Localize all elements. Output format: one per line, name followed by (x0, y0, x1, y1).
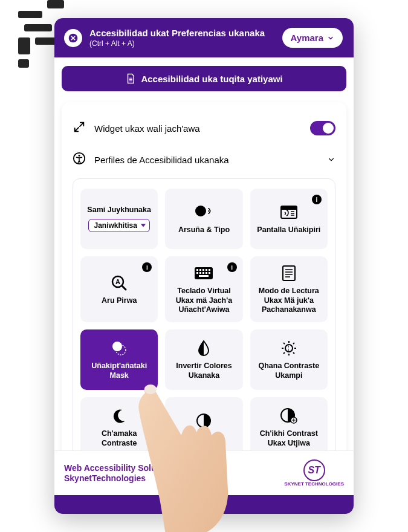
tile-screen-reader[interactable]: i Pantalla Uñakipiri (250, 189, 328, 249)
invert-icon (196, 339, 211, 358)
widget-size-row: Widget ukax wali jach'awa (73, 115, 335, 146)
svg-rect-11 (202, 269, 204, 271)
expand-icon (73, 120, 86, 136)
svg-rect-20 (283, 266, 295, 281)
svg-rect-19 (199, 275, 209, 277)
tile-invert-colors[interactable]: Invertir Colores Ukanaka (165, 329, 242, 390)
tile-reading-mask[interactable]: Uñakipt'añataki Mask (80, 329, 158, 390)
color-blindness-select[interactable]: Janiwkhitisa (88, 219, 149, 232)
smart-contrast-icon (280, 406, 298, 426)
tile-dark-contrast[interactable]: Ch'amaka Contraste (80, 397, 158, 450)
footer-text: Web Accessibility Solution by SkynetTech… (64, 463, 184, 484)
accessibility-profiles-row[interactable]: Perfiles de Accesibilidad ukanaka (73, 146, 335, 167)
tile-color-blindness[interactable]: Sami Juykhunaka Janiwkhitisa (80, 189, 158, 249)
panel-body: Accesibilidad uka tuqita yatiyawi Widget… (54, 57, 354, 450)
svg-point-21 (112, 342, 122, 351)
accessibility-icon (73, 152, 86, 167)
tile-reading-mode[interactable]: Modo de Lectura Ukax Mä juk'a Pachanakan… (250, 256, 328, 322)
panel-header: Accesibilidad ukat Preferencias ukanaka … (54, 18, 354, 57)
info-icon[interactable]: i (142, 262, 152, 272)
svg-rect-14 (196, 272, 198, 274)
chevron-down-icon (327, 34, 334, 42)
widget-size-toggle[interactable] (310, 121, 335, 135)
svg-text:A: A (115, 278, 120, 285)
options-grid-card: Sami Juykhunaka Janiwkhitisa Arsuña & Ti… (73, 178, 335, 450)
logo-icon: ST (303, 459, 325, 481)
tile-voice-type[interactable]: Arsuña & Tipo (165, 189, 242, 249)
document-icon (125, 73, 136, 84)
dictionary-icon: A (110, 273, 128, 293)
close-button[interactable] (64, 29, 82, 47)
svg-rect-9 (196, 269, 198, 271)
reading-icon (282, 264, 296, 283)
tile-light-contrast[interactable]: Qhana Contraste Ukampi (250, 329, 328, 390)
panel-footer: Web Accessibility Solution by SkynetTech… (54, 450, 354, 495)
keyboard-icon (194, 264, 213, 283)
svg-rect-12 (206, 269, 207, 271)
accessibility-info-button[interactable]: Accesibilidad uka tuqita yatiyawi (62, 66, 346, 91)
language-label: Aymara (291, 33, 323, 43)
tile-virtual-keyboard[interactable]: i Teclado Virtual Ukax mä Jach'a Uñacht'… (165, 256, 242, 322)
svg-rect-10 (199, 269, 201, 271)
contrast-icon (196, 411, 212, 430)
svg-rect-15 (199, 272, 201, 274)
screen-reader-icon (280, 203, 298, 222)
tile-dictionary[interactable]: i A Aru Pirwa (80, 256, 158, 322)
tile-smart-contrast[interactable]: Ch'ikhi Contrast Ukax Utjiwa (250, 397, 328, 450)
header-text: Accesibilidad ukat Preferencias ukanaka … (89, 28, 275, 48)
info-icon[interactable]: i (227, 262, 237, 272)
panel-shortcut: (Ctrl + Alt + A) (89, 39, 275, 48)
mask-icon (111, 339, 128, 358)
bottom-bar[interactable]: More (54, 495, 354, 514)
svg-rect-17 (206, 272, 207, 274)
color-select-label: Sami Juykhunaka (87, 206, 151, 215)
tile-contrast[interactable]: Contraste (165, 397, 242, 450)
svg-rect-18 (209, 272, 210, 274)
info-icon[interactable]: i (312, 195, 322, 204)
close-icon (68, 33, 78, 43)
brand-logo: ST SKYNET TECHNOLOGIES (284, 459, 344, 487)
panel-title: Accesibilidad ukat Preferencias ukanaka (89, 28, 275, 39)
sun-icon (280, 339, 297, 358)
svg-point-2 (79, 155, 80, 157)
accessibility-panel: Accesibilidad ukat Preferencias ukanaka … (54, 18, 354, 514)
chevron-down-icon (327, 155, 335, 164)
widget-size-label: Widget ukax wali jach'awa (94, 123, 302, 134)
profiles-label: Perfiles de Accesibilidad ukanaka (94, 155, 319, 165)
settings-card: Widget ukax wali jach'awa Perfiles de Ac… (62, 102, 346, 450)
svg-rect-16 (202, 272, 204, 274)
voice-icon (193, 203, 214, 222)
moon-icon (111, 406, 127, 426)
svg-rect-5 (281, 206, 297, 210)
svg-point-3 (195, 206, 206, 216)
info-button-label: Accesibilidad uka tuqita yatiyawi (141, 74, 282, 84)
svg-rect-13 (209, 269, 210, 271)
options-grid: Sami Juykhunaka Janiwkhitisa Arsuña & Ti… (80, 189, 328, 450)
language-selector[interactable]: Aymara (282, 28, 343, 48)
